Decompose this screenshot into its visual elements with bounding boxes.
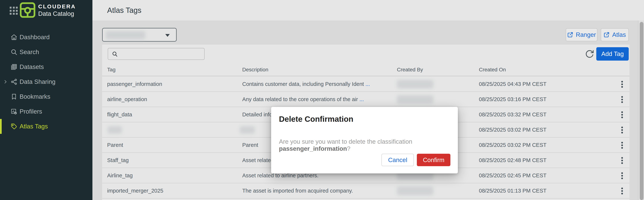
cloudera-logo-icon	[20, 2, 36, 18]
external-link-icon	[604, 32, 610, 38]
description-more-link[interactable]: ...	[364, 81, 370, 87]
sidebar-item-label: Dashboard	[20, 34, 50, 41]
column-header-description: Description	[242, 63, 268, 76]
page-title: Atlas Tags	[107, 0, 142, 20]
search-input[interactable]	[120, 49, 202, 59]
row-actions-kebab-icon[interactable]	[618, 79, 626, 90]
brand-product: Data Catalog	[38, 10, 76, 17]
sidebar-item-bookmarks[interactable]: Bookmarks	[0, 89, 92, 104]
atlas-tags-page: CLOUDERA Data Catalog Dashboard	[0, 0, 644, 200]
created-on-cell: 08/25/2025 03:16 PM CEST	[479, 92, 546, 107]
description-cell: Any data related to the core operations …	[242, 92, 364, 107]
description-cell: Asset related	[242, 153, 274, 168]
profiler-icon	[10, 108, 18, 115]
description-cell: The asset is imported from acquired comp…	[242, 183, 353, 198]
created-on-cell: 08/25/2025 03:32 PM CEST	[479, 107, 546, 122]
table-row: airline_operationAny data related to the…	[102, 92, 630, 107]
created-by-redacted-value	[397, 187, 434, 195]
search-icon	[112, 51, 118, 57]
created-on-cell: 08/25/2025 02:45 PM CEST	[479, 168, 546, 183]
created-by-redacted-value	[397, 80, 434, 89]
sidebar-item-atlas-tags[interactable]: Atlas Tags	[0, 119, 92, 134]
sidebar-item-datasets[interactable]: Datasets	[0, 60, 92, 74]
filter-dropdown[interactable]	[102, 28, 177, 42]
chevron-right-icon[interactable]	[3, 79, 8, 84]
table-row: imported_merger_2025The asset is importe…	[102, 183, 630, 199]
ranger-button-label: Ranger	[576, 31, 596, 38]
add-tag-button[interactable]: Add Tag	[596, 47, 629, 61]
tag-cell: Staff_tag	[107, 153, 129, 168]
tag-redacted-value	[108, 126, 122, 134]
refresh-button[interactable]	[585, 49, 595, 59]
sidebar-item-profilers[interactable]: Profilers	[0, 104, 92, 119]
delete-confirmation-modal: Delete Confirmation Are you sure you wan…	[271, 107, 458, 173]
brand-text: CLOUDERA Data Catalog	[38, 3, 76, 17]
page-header: Atlas Tags	[92, 0, 644, 20]
sidebar: CLOUDERA Data Catalog Dashboard	[0, 0, 92, 200]
sidebar-item-label: Data Sharing	[20, 78, 56, 85]
datasets-icon	[10, 63, 18, 70]
tag-cell: airline_operation	[107, 92, 147, 107]
sidebar-item-search[interactable]: Search	[0, 45, 92, 60]
sidebar-item-label: Bookmarks	[20, 93, 50, 100]
row-actions-kebab-icon[interactable]	[618, 109, 626, 120]
app-switcher-icon[interactable]	[10, 7, 18, 15]
tag-icon	[10, 123, 18, 130]
share-icon	[10, 78, 18, 85]
table-header-row: Tag Description Created By Created On	[102, 63, 630, 76]
column-header-created-on: Created On	[479, 63, 506, 76]
scrollbar-thumb[interactable]	[640, 22, 644, 200]
description-cell: Contains customer data, including Person…	[242, 77, 370, 92]
created-on-cell: 08/25/2025 03:02 PM CEST	[479, 122, 546, 137]
description-redacted-value	[240, 126, 255, 134]
cancel-button[interactable]: Cancel	[382, 154, 414, 166]
row-actions-kebab-icon[interactable]	[618, 125, 626, 135]
sidebar-nav: Dashboard Search Dataset	[0, 30, 92, 134]
atlas-button[interactable]: Atlas	[601, 28, 629, 41]
tag-cell: passenger_information	[107, 77, 162, 92]
created-on-cell: 08/25/2025 03:02 PM CEST	[479, 138, 546, 152]
tag-cell: Airline_tag	[107, 168, 133, 183]
confirm-button[interactable]: Confirm	[417, 154, 450, 166]
sidebar-item-label: Search	[20, 49, 39, 56]
row-actions-kebab-icon[interactable]	[618, 155, 626, 166]
created-on-cell: 08/25/2025 01:13 PM CEST	[479, 183, 546, 198]
tag-cell: imported_merger_2025	[107, 183, 163, 198]
search-icon	[10, 49, 18, 56]
row-actions-kebab-icon[interactable]	[618, 94, 626, 105]
bookmark-icon	[10, 93, 18, 100]
row-actions-kebab-icon[interactable]	[618, 186, 626, 196]
modal-actions: Cancel Confirm	[382, 154, 450, 166]
search-box	[108, 48, 204, 60]
filter-dropdown-redacted-value	[106, 31, 145, 39]
brand-name: CLOUDERA	[38, 3, 76, 10]
table-row: passenger_informationContains customer d…	[102, 77, 630, 92]
sidebar-item-label: Profilers	[20, 108, 42, 115]
column-header-tag: Tag	[107, 63, 116, 76]
sidebar-item-label: Atlas Tags	[20, 123, 48, 130]
modal-title: Delete Confirmation	[279, 115, 353, 124]
description-cell: Detailed infor	[242, 107, 274, 122]
description-cell: Parent	[242, 138, 258, 152]
sidebar-item-data-sharing[interactable]: Data Sharing	[0, 74, 92, 89]
description-more-link[interactable]: ...	[358, 96, 364, 102]
created-by-redacted-value	[397, 95, 434, 104]
modal-classification-name: passenger_information	[279, 145, 347, 152]
sidebar-item-dashboard[interactable]: Dashboard	[0, 30, 92, 45]
column-header-created-by: Created By	[397, 63, 423, 76]
home-icon	[10, 34, 18, 41]
created-on-cell: 08/25/2025 04:43 PM CEST	[479, 77, 546, 92]
created-on-cell: 08/25/2025 02:48 PM CEST	[479, 153, 546, 168]
row-actions-kebab-icon[interactable]	[618, 140, 626, 150]
chevron-down-icon	[165, 34, 170, 37]
sidebar-item-label: Datasets	[20, 63, 44, 70]
ranger-button[interactable]: Ranger	[566, 28, 598, 41]
tag-cell: flight_data	[107, 107, 132, 122]
scrollbar-track[interactable]	[638, 20, 644, 200]
tag-cell: Parent	[107, 138, 123, 152]
brand-row: CLOUDERA Data Catalog	[0, 0, 92, 22]
external-link-icon	[567, 32, 573, 38]
row-actions-kebab-icon[interactable]	[618, 170, 626, 181]
atlas-button-label: Atlas	[612, 31, 626, 38]
modal-message: Are you sure you want to delete the clas…	[279, 138, 458, 152]
